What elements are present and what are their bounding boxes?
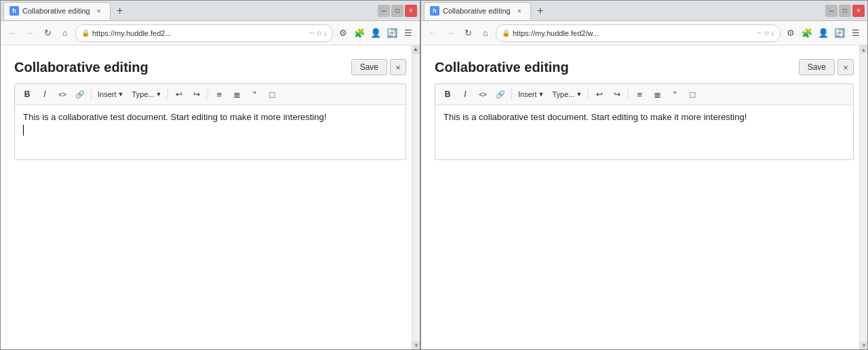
sync-icon-right[interactable]: 🔄 <box>832 26 847 41</box>
home-button-right[interactable]: ⌂ <box>478 26 493 41</box>
scrollbar-left[interactable]: ▲ ▼ <box>412 45 420 349</box>
undo-button-left[interactable]: ↩ <box>171 87 187 102</box>
tab-favicon-right: h <box>430 6 439 16</box>
list-ul-button-right[interactable]: ≡ <box>631 87 648 102</box>
tab-right[interactable]: h Collaborative editing × <box>424 2 531 20</box>
address-bar-left[interactable]: 🔒 https://my.huddle.fed2... ··· ☆ ↓ <box>75 24 333 42</box>
addr-bookmark-icon[interactable]: ☆ <box>316 29 322 37</box>
addr-menu-icon-right[interactable]: ··· <box>757 29 762 37</box>
scroll-down-arrow-right[interactable]: ▼ <box>860 341 867 349</box>
new-tab-button-left[interactable]: + <box>112 3 128 19</box>
redo-button-left[interactable]: ↪ <box>189 87 205 102</box>
type-dropdown-left[interactable]: Type... ▼ <box>128 89 165 100</box>
italic-button-right[interactable]: I <box>457 87 473 102</box>
list-ol-button-right[interactable]: ≣ <box>649 87 665 102</box>
bold-button-left[interactable]: B <box>19 87 35 102</box>
browser-window-right: h Collaborative editing × + – □ × ← → ↻ … <box>420 0 868 350</box>
link-button-left[interactable]: 🔗 <box>72 87 88 102</box>
forward-button-right[interactable]: → <box>443 26 458 41</box>
title-bar-left: h Collaborative editing × + – □ × <box>1 1 420 21</box>
doc-title-left: Collaborative editing <box>14 60 351 75</box>
nav-toolbar-left: ⚙ 🧩 👤 🔄 ☰ <box>336 26 416 41</box>
editor-toolbar-left: B I <> 🔗 Insert ▼ Type... ▼ ↩ ↪ <box>15 84 406 105</box>
save-button-right[interactable]: Save <box>799 59 835 75</box>
insert-dropdown-right[interactable]: Insert ▼ <box>515 89 547 100</box>
reload-button-right[interactable]: ↻ <box>460 26 475 41</box>
addr-menu-icon[interactable]: ··· <box>309 29 315 37</box>
redo-button-right[interactable]: ↪ <box>609 87 625 102</box>
scroll-down-arrow-left[interactable]: ▼ <box>412 341 420 349</box>
reload-button-left[interactable]: ↻ <box>40 26 55 41</box>
editor-cursor-left <box>23 125 24 136</box>
address-icons-left: ··· ☆ ↓ <box>309 29 327 37</box>
forward-button-left[interactable]: → <box>22 26 37 41</box>
layout-button-right[interactable]: □ <box>684 87 701 102</box>
tools-icon-right[interactable]: ⚙ <box>783 26 798 41</box>
tab-favicon-left: h <box>9 6 19 16</box>
editor-content-left: This is a collaborative test document. S… <box>23 112 397 122</box>
address-icons-right: ··· ☆ ↓ <box>757 29 774 37</box>
minimize-button-right[interactable]: – <box>825 5 837 17</box>
close-doc-button-right[interactable]: × <box>837 59 854 75</box>
toolbar-sep-2-left <box>167 88 168 100</box>
toolbar-sep-2-right <box>588 88 589 100</box>
link-button-right[interactable]: 🔗 <box>492 87 509 102</box>
quote-button-right[interactable]: " <box>667 87 683 102</box>
extensions-icon-right[interactable]: 🧩 <box>800 26 814 41</box>
italic-button-left[interactable]: I <box>37 87 53 102</box>
scroll-up-left[interactable]: ▲ <box>412 45 420 54</box>
scroll-up-arrow-right[interactable]: ▲ <box>860 45 867 54</box>
tab-close-right[interactable]: × <box>514 5 525 16</box>
editor-body-left[interactable]: This is a collaborative test document. S… <box>15 105 406 159</box>
tab-close-left[interactable]: × <box>94 5 104 16</box>
toolbar-sep-3-left <box>208 88 208 100</box>
insert-dropdown-left[interactable]: Insert ▼ <box>94 89 127 100</box>
maximize-button-left[interactable]: □ <box>391 5 403 17</box>
list-ol-button-left[interactable]: ≣ <box>229 87 245 102</box>
home-button-left[interactable]: ⌂ <box>58 26 73 41</box>
addr-download-icon-right[interactable]: ↓ <box>771 29 774 37</box>
tools-icon-left[interactable]: ⚙ <box>336 26 351 41</box>
close-doc-button-left[interactable]: × <box>390 59 406 75</box>
page-content-right: Collaborative editing Save × B I <> 🔗 In… <box>421 45 867 349</box>
nav-bar-left: ← → ↻ ⌂ 🔒 https://my.huddle.fed2... ··· … <box>1 21 420 45</box>
layout-button-left[interactable]: □ <box>264 87 280 102</box>
menu-icon-right[interactable]: ☰ <box>848 26 863 41</box>
address-bar-right[interactable]: 🔒 https://my.huddle.fed2/w... ··· ☆ ↓ <box>496 24 781 42</box>
maximize-button-right[interactable]: □ <box>839 5 851 17</box>
window-controls-right: – □ × <box>825 5 865 17</box>
close-button-left[interactable]: × <box>405 5 417 17</box>
toolbar-sep-1-right <box>511 88 512 100</box>
addr-bookmark-icon-right[interactable]: ☆ <box>764 29 770 37</box>
addr-download-icon[interactable]: ↓ <box>323 29 327 37</box>
tab-title-left: Collaborative editing <box>22 7 90 15</box>
menu-icon-left[interactable]: ☰ <box>401 26 416 41</box>
doc-area-right: Collaborative editing Save × B I <> 🔗 In… <box>421 45 867 167</box>
profile-icon-left[interactable]: 👤 <box>368 26 383 41</box>
code-button-left[interactable]: <> <box>54 87 71 102</box>
doc-title-right: Collaborative editing <box>435 60 799 75</box>
new-tab-button-right[interactable]: + <box>532 3 549 19</box>
editor-left: B I <> 🔗 Insert ▼ Type... ▼ ↩ ↪ <box>14 83 406 160</box>
close-button-right[interactable]: × <box>852 5 865 17</box>
list-ul-button-left[interactable]: ≡ <box>211 87 227 102</box>
back-button-left[interactable]: ← <box>5 26 20 41</box>
quote-button-left[interactable]: " <box>246 87 262 102</box>
code-button-right[interactable]: <> <box>475 87 491 102</box>
toolbar-sep-3-right <box>628 88 629 100</box>
nav-bar-right: ← → ↻ ⌂ 🔒 https://my.huddle.fed2/w... ··… <box>421 21 867 45</box>
editor-right: B I <> 🔗 Insert ▼ Type... ▼ ↩ ↪ <box>435 83 854 160</box>
sync-icon-left[interactable]: 🔄 <box>384 26 399 41</box>
undo-button-right[interactable]: ↩ <box>591 87 608 102</box>
extensions-icon-left[interactable]: 🧩 <box>352 26 367 41</box>
tab-left[interactable]: h Collaborative editing × <box>3 2 111 20</box>
save-button-left[interactable]: Save <box>351 59 387 75</box>
editor-body-right[interactable]: This is a collaborative test document. S… <box>435 105 853 159</box>
back-button-right[interactable]: ← <box>425 26 440 41</box>
minimize-button-left[interactable]: – <box>378 5 390 17</box>
type-dropdown-right[interactable]: Type... ▼ <box>549 89 585 100</box>
profile-icon-right[interactable]: 👤 <box>816 26 831 41</box>
nav-toolbar-right: ⚙ 🧩 👤 🔄 ☰ <box>783 26 863 41</box>
scrollbar-right[interactable]: ▲ ▼ <box>859 45 867 349</box>
bold-button-right[interactable]: B <box>439 87 456 102</box>
